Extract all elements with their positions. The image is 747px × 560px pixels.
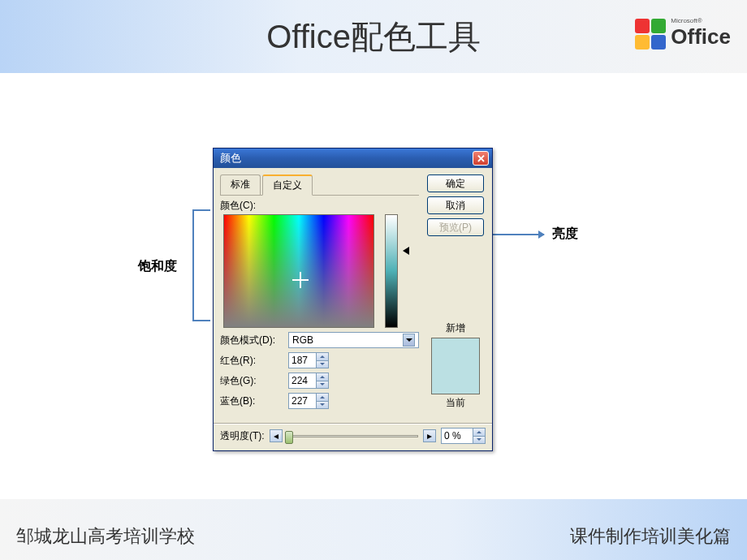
current-color-label: 当前 [446, 396, 465, 410]
color-mode-value: RGB [292, 334, 313, 346]
slide-footer: 邹城龙山高考培训学校 课件制作培训美化篇 [0, 499, 747, 560]
spin-up-icon[interactable] [316, 373, 328, 381]
green-value: 224 [289, 373, 316, 388]
spin-down-icon[interactable] [316, 402, 328, 409]
color-preview-swatch [431, 338, 480, 394]
slide-title: Office配色工具 [266, 15, 481, 59]
dialog-titlebar[interactable]: 颜色 ✕ [214, 149, 492, 168]
red-label: 红色(R): [220, 354, 283, 368]
spin-down-icon[interactable] [473, 437, 485, 444]
footer-left: 邹城龙山高考培训学校 [16, 524, 195, 549]
dialog-title: 颜色 [220, 151, 473, 166]
logo-brand: Microsoft® [671, 18, 731, 24]
slide-body: 饱和度 亮度 颜色 ✕ 标准 自定义 颜色(C): [0, 73, 747, 487]
color-mode-select[interactable]: RGB [288, 332, 419, 348]
office-logo: Microsoft® Office [635, 18, 731, 50]
tab-strip: 标准 自定义 [220, 174, 419, 196]
cancel-button[interactable]: 取消 [427, 196, 484, 214]
red-value: 187 [289, 353, 316, 368]
color-field[interactable] [223, 214, 374, 328]
slider-left-button[interactable]: ◂ [270, 429, 283, 442]
dropdown-icon[interactable] [403, 334, 415, 347]
color-mode-label: 颜色模式(D): [220, 334, 283, 347]
blue-label: 蓝色(B): [220, 394, 283, 408]
blue-value: 227 [289, 394, 316, 408]
transparency-label: 透明度(T): [220, 429, 265, 443]
blue-input[interactable]: 227 [288, 393, 329, 409]
separator [214, 423, 492, 424]
office-squares-icon [635, 19, 666, 50]
transparency-slider[interactable] [287, 435, 418, 437]
logo-text: Office [671, 24, 731, 50]
color-dialog: 颜色 ✕ 标准 自定义 颜色(C): 颜 [213, 148, 493, 451]
spin-down-icon[interactable] [316, 381, 328, 389]
spin-up-icon[interactable] [316, 394, 328, 402]
spin-up-icon[interactable] [316, 353, 328, 361]
preview-button[interactable]: 预览(P) [427, 218, 484, 236]
spin-up-icon[interactable] [473, 429, 485, 437]
transparency-input[interactable]: 0 % [441, 428, 486, 444]
saturation-bracket [192, 209, 210, 321]
green-label: 绿色(G): [220, 374, 283, 388]
annotation-saturation: 饱和度 [138, 258, 177, 275]
crosshair-icon [296, 275, 305, 285]
footer-right: 课件制作培训美化篇 [570, 524, 731, 549]
new-color-label: 新增 [446, 321, 465, 335]
luminance-indicator-icon[interactable] [403, 247, 409, 255]
color-label: 颜色(C): [220, 199, 419, 213]
slider-thumb[interactable] [285, 431, 293, 444]
transparency-value: 0 % [442, 429, 473, 443]
slide-header: Office配色工具 Microsoft® Office [0, 0, 747, 73]
spin-down-icon[interactable] [316, 361, 328, 368]
ok-button[interactable]: 确定 [427, 174, 484, 192]
tab-custom[interactable]: 自定义 [262, 174, 313, 196]
slider-right-button[interactable]: ▸ [423, 429, 436, 442]
tab-standard[interactable]: 标准 [220, 174, 261, 195]
close-button[interactable]: ✕ [473, 151, 489, 166]
red-input[interactable]: 187 [288, 352, 329, 368]
luminance-slider[interactable] [385, 214, 398, 328]
annotation-luminance: 亮度 [552, 226, 578, 243]
close-icon: ✕ [477, 153, 486, 165]
green-input[interactable]: 224 [288, 373, 329, 389]
